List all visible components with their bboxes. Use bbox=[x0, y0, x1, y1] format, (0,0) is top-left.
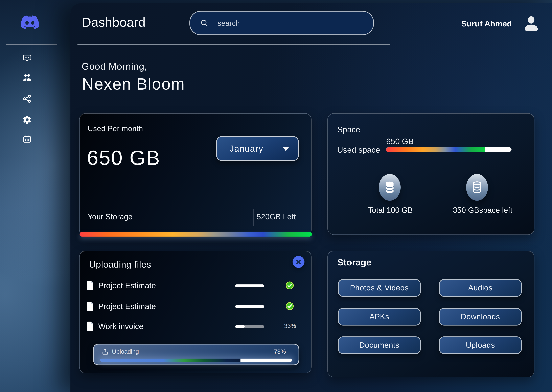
close-x-icon bbox=[295, 258, 302, 266]
header-divider bbox=[78, 44, 390, 45]
user-avatar-icon[interactable] bbox=[522, 14, 541, 33]
discord-logo-icon[interactable] bbox=[21, 15, 39, 30]
folder-button-documents[interactable]: Documents bbox=[338, 336, 421, 354]
your-storage-label: Your Storage bbox=[88, 212, 133, 222]
usage-value: 650 GB bbox=[87, 146, 160, 169]
share-icon[interactable] bbox=[22, 94, 32, 104]
space-usage-bar bbox=[386, 147, 512, 152]
uploading-percent: 73% bbox=[274, 348, 286, 355]
file-row[interactable]: Work invoice 33% bbox=[80, 320, 311, 334]
space-usage-fill bbox=[386, 147, 485, 152]
storage-card-title: Storage bbox=[337, 257, 371, 268]
file-icon bbox=[86, 301, 94, 311]
file-row[interactable]: Project Estimate bbox=[80, 300, 311, 314]
uploading-progress-panel: Uploading 73% bbox=[93, 344, 299, 365]
storage-gradient-bar bbox=[80, 232, 312, 237]
database-icon bbox=[384, 181, 396, 194]
user-name: Suruf Ahmed bbox=[461, 19, 512, 28]
folder-button-downloads[interactable]: Downloads bbox=[439, 308, 522, 325]
total-space-badge bbox=[379, 174, 401, 201]
space-card-title: Space bbox=[337, 125, 360, 134]
search-icon bbox=[200, 19, 209, 28]
file-icon bbox=[86, 321, 94, 331]
check-icon bbox=[285, 302, 294, 310]
month-dropdown[interactable]: January bbox=[216, 136, 299, 161]
space-left-label: 350 GBspace left bbox=[444, 206, 521, 215]
calendar-icon[interactable] bbox=[22, 134, 32, 144]
file-progress-bar bbox=[235, 325, 264, 328]
space-used-value: 650 GB bbox=[386, 137, 414, 146]
chat-icon[interactable] bbox=[22, 53, 32, 63]
uploads-card-title: Uploading files bbox=[89, 259, 151, 270]
upload-icon bbox=[101, 348, 109, 355]
total-space-label: Total 100 GB bbox=[359, 206, 422, 215]
sidebar-divider bbox=[6, 44, 57, 45]
dashboard-app: Dashboard Suruf Ahmed Good Morning, Nexe… bbox=[0, 0, 552, 392]
users-icon[interactable] bbox=[22, 72, 32, 82]
storage-divider bbox=[253, 209, 254, 226]
file-progress-percent: 33% bbox=[277, 323, 304, 330]
page-title: Dashboard bbox=[82, 15, 146, 30]
main-panel: Dashboard Suruf Ahmed Good Morning, Nexe… bbox=[70, 3, 552, 392]
file-progress-bar bbox=[235, 284, 264, 287]
space-card: Space 650 GB Used space bbox=[327, 113, 534, 235]
storage-left-label: 520GB Left bbox=[257, 212, 296, 222]
uploading-progress-fill bbox=[100, 358, 240, 362]
settings-gear-icon[interactable] bbox=[22, 115, 32, 125]
file-name: Work invoice bbox=[98, 322, 143, 331]
folder-button-uploads[interactable]: Uploads bbox=[439, 336, 522, 354]
search-input[interactable] bbox=[218, 19, 358, 27]
storage-card: Storage Photos & Videos Audios APKs Down… bbox=[327, 251, 534, 377]
sidebar bbox=[0, 0, 70, 392]
usage-card-title: Used Per month bbox=[88, 125, 143, 133]
folder-button-audios[interactable]: Audios bbox=[439, 279, 522, 297]
check-icon bbox=[285, 281, 294, 290]
file-name: Project Estimate bbox=[98, 281, 156, 290]
chevron-down-icon bbox=[283, 147, 289, 151]
month-dropdown-label: January bbox=[230, 143, 263, 154]
uploading-progress-bar bbox=[100, 358, 292, 362]
uploading-files-card: Uploading files Project Estimate bbox=[79, 251, 312, 373]
uploading-label: Uploading bbox=[112, 348, 139, 355]
file-icon bbox=[86, 280, 94, 290]
greeting-line: Good Morning, bbox=[82, 61, 147, 72]
usage-card: Used Per month 650 GB January Your Stora… bbox=[79, 113, 312, 236]
greeting-name: Nexen Bloom bbox=[82, 75, 185, 93]
space-left-badge bbox=[466, 174, 488, 201]
search-box[interactable] bbox=[189, 11, 374, 35]
close-button[interactable] bbox=[292, 256, 305, 268]
folder-button-apks[interactable]: APKs bbox=[338, 308, 421, 325]
database-outline-icon bbox=[471, 181, 483, 194]
space-used-label: Used space bbox=[337, 145, 380, 154]
file-row[interactable]: Project Estimate bbox=[80, 279, 311, 293]
folder-button-photos-videos[interactable]: Photos & Videos bbox=[338, 279, 421, 297]
file-progress-bar bbox=[235, 305, 264, 308]
file-name: Project Estimate bbox=[98, 302, 156, 311]
